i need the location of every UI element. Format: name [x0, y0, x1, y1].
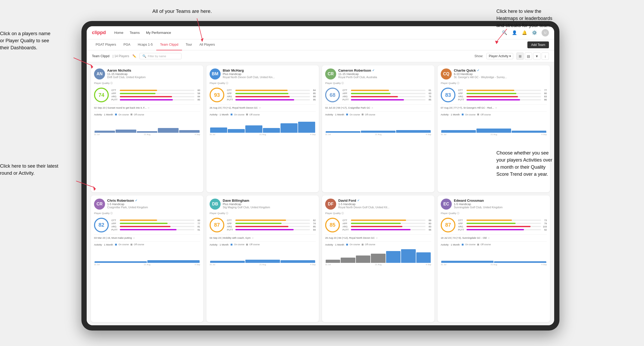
player-name[interactable]: David Ford ✓ — [338, 199, 431, 203]
on-course-label: On course — [350, 113, 360, 116]
player-card[interactable]: CR Cameron Robertson ✓ 11-15 Handicap Ro… — [322, 65, 434, 192]
chart-labels: 31 Jul 21 Aug 4 Sep — [441, 263, 547, 266]
player-avatar[interactable]: CQ — [441, 68, 452, 79]
player-avatar[interactable]: CR — [94, 199, 105, 210]
player-card[interactable]: DF David Ford ✓ 1-5 Handicap Royal North… — [322, 195, 434, 322]
user-icon[interactable]: 👤 — [512, 30, 517, 36]
edit-icon[interactable]: ✏️ — [132, 54, 136, 58]
on-course-dot — [115, 244, 117, 246]
chart-label-end: 4 Sep — [195, 263, 200, 266]
on-course-dot — [346, 114, 348, 115]
player-avatar[interactable]: DB — [210, 199, 221, 210]
player-name[interactable]: Blair McHarg — [223, 68, 316, 72]
chart-area — [441, 117, 547, 133]
player-club: Drift Golf Club, United Kingdom — [107, 76, 200, 79]
chart-bar — [401, 249, 416, 263]
bar-track-putt — [120, 229, 194, 230]
latest-round[interactable]: 04 Sep 23 | Mobility with coach, Gym → — [210, 235, 316, 239]
chart-label-start: 31 Jul — [325, 263, 331, 266]
quality-circle[interactable]: 74 — [94, 88, 109, 102]
add-team-button[interactable]: Add Team — [527, 41, 549, 48]
player-name[interactable]: Dave Billingham — [223, 199, 316, 203]
player-name[interactable]: Aaron Nicholls — [107, 68, 200, 72]
player-avatar[interactable]: CR — [325, 68, 336, 79]
settings-icon[interactable]: ⚙️ — [532, 30, 537, 36]
bar-row-arg: ARG 88 — [227, 95, 316, 98]
off-course-dot — [246, 244, 248, 246]
player-avatar[interactable]: DF — [325, 199, 336, 210]
player-count: | 14 Players — [113, 54, 129, 58]
latest-round[interactable]: 03 Mar 23 | 19, Must make putting → — [94, 235, 200, 239]
tab-pgat[interactable]: PGAT Players — [92, 39, 120, 50]
bar-label-arg: ARG — [227, 225, 234, 228]
bar-track-ott — [466, 90, 541, 91]
latest-round[interactable]: 02 Sep 23 | Sunset round to get back int… — [94, 104, 200, 109]
quality-circle[interactable]: 82 — [94, 218, 109, 232]
nav-performance[interactable]: My Performance — [146, 30, 171, 36]
bell-icon[interactable]: 🔔 — [522, 30, 527, 36]
bar-fill-arg — [120, 226, 170, 227]
filter-view-button[interactable]: ▼ — [533, 52, 541, 60]
chart-label-mid: 21 Aug — [144, 133, 150, 136]
player-card[interactable]: CR Chris Robertson ✓ 1-5 Handicap Craigm… — [91, 195, 203, 322]
player-avatar[interactable]: EC — [441, 199, 452, 210]
quality-circle[interactable]: 87 — [210, 218, 224, 232]
quality-circle[interactable]: 83 — [441, 88, 455, 102]
player-avatar[interactable]: BM — [210, 68, 221, 79]
bar-row-app: APP 58 — [111, 92, 200, 95]
list-view-button[interactable]: ▤ — [525, 52, 532, 60]
chart-label-mid: 21 Aug — [491, 263, 497, 266]
activity-header: Activity · 1 Month On course Off course — [325, 113, 431, 116]
player-card[interactable]: EC Edward Crossman 1-5 Handicap Sunningd… — [438, 195, 550, 322]
on-course-dot — [346, 244, 348, 246]
chart-bar — [371, 254, 385, 263]
bar-label-putt: PUTT — [458, 228, 465, 231]
bar-value-app: 80 — [427, 222, 431, 225]
off-course-label: Off course — [134, 113, 144, 116]
latest-round[interactable]: 07 Aug 23 | 77 (+7), St George's Hill GC… — [441, 104, 547, 109]
quality-circle[interactable]: 85 — [325, 218, 340, 232]
player-card[interactable]: DB Dave Billingham Plus Handicap Stg Mag… — [206, 195, 319, 322]
activity-section: Activity · 1 Month On course Off course … — [441, 111, 547, 136]
avatar[interactable]: U — [542, 29, 549, 36]
latest-round[interactable]: 26 Aug 23 | 73 (+1), Royal North Devon G… — [210, 104, 316, 109]
player-name[interactable]: Chris Robertson ✓ — [107, 199, 200, 203]
bar-row-ott: OTT 61 — [342, 89, 431, 92]
player-card[interactable]: BM Blair McHarg Plus Handicap Royal Nort… — [206, 65, 319, 192]
quality-circle[interactable]: 68 — [325, 88, 340, 102]
activity-legend: On course Off course — [346, 113, 375, 116]
player-info: Aaron Nicholls 11-15 Handicap Drift Golf… — [107, 68, 200, 79]
latest-round[interactable]: 26 Aug 23 | 84 (+12), Royal North Devon … — [325, 235, 431, 239]
bar-track-putt — [466, 229, 541, 230]
latest-round[interactable]: 18 Jul 23 | 74 (+3), Sunningdale GC - Ol… — [441, 235, 547, 239]
player-name[interactable]: Charlie Quick ✓ — [454, 68, 547, 72]
quality-circle[interactable]: 93 — [210, 88, 224, 102]
tab-hcaps[interactable]: Hcaps 1-5 — [134, 39, 156, 50]
player-name[interactable]: Edward Crossman — [454, 199, 547, 203]
activity-legend: On course Off course — [231, 243, 259, 246]
grid-view-button[interactable]: ⊞ — [516, 52, 524, 60]
quality-circle[interactable]: 87 — [441, 218, 455, 232]
tab-pga[interactable]: PGA — [120, 39, 134, 50]
verified-icon: ✓ — [372, 69, 375, 72]
chart-bar — [494, 261, 546, 263]
nav-logo[interactable]: clippd — [92, 30, 106, 35]
bar-value-arg: 83 — [427, 225, 431, 228]
filter-input[interactable]: 🔍 Filter by name — [139, 53, 181, 59]
svg-line-4 — [74, 58, 92, 66]
tab-team-clippd[interactable]: Team Clippd — [156, 39, 182, 50]
nav-teams[interactable]: Teams — [130, 30, 140, 36]
show-select[interactable]: Player Activity ▾ — [486, 53, 513, 59]
player-name[interactable]: Cameron Robertson ✓ — [338, 68, 431, 72]
sort-view-button[interactable]: ↕ — [542, 52, 549, 60]
off-course-dot — [246, 114, 248, 115]
card-header: DB Dave Billingham Plus Handicap Stg Mag… — [210, 199, 316, 210]
bar-value-putt: 92 — [542, 228, 547, 231]
chart-bar — [245, 125, 262, 133]
bar-value-putt: 85 — [427, 98, 431, 101]
latest-round-text: 02 Sep 23 | Sunset round to get back int… — [94, 106, 150, 109]
bar-fill-ott — [351, 220, 406, 221]
nav-home[interactable]: Home — [114, 30, 123, 36]
player-card[interactable]: AN Aaron Nicholls 11-15 Handicap Drift G… — [91, 65, 203, 192]
latest-round[interactable]: 02 Jul 23 | 59 (+17), Craigmillar Park G… — [325, 104, 431, 109]
